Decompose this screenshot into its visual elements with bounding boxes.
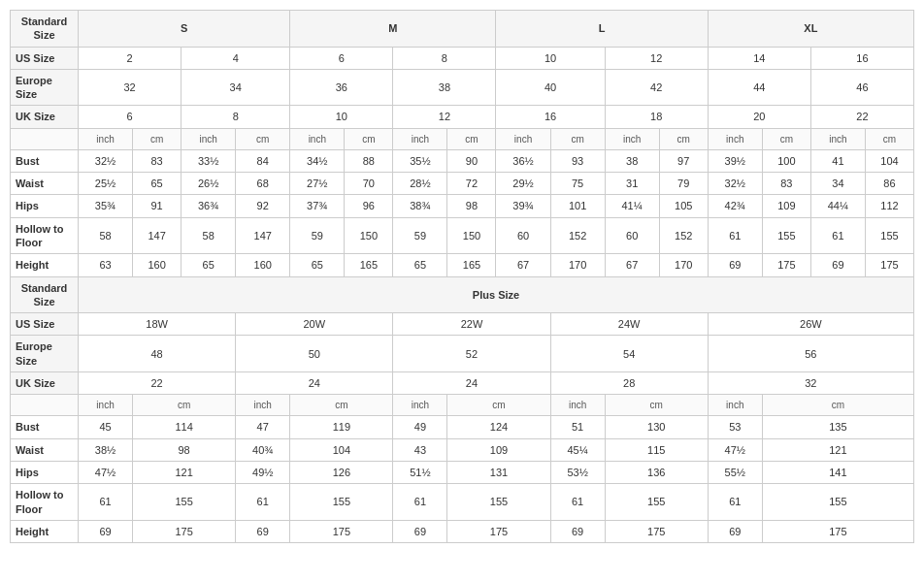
uk-plus-28: 28 — [550, 372, 708, 395]
bust-label-plus: Bust — [11, 416, 79, 438]
bust-35.5-inch: 35½ — [393, 149, 447, 172]
bust-38-cm: 97 — [659, 149, 708, 172]
us-size-4: 4 — [182, 47, 290, 69]
bust-33.5-inch: 33½ — [182, 149, 236, 172]
bust-row-standard: Bust 32½ 83 33½ 84 34½ 88 35½ 90 36½ 93 … — [11, 149, 914, 172]
bust-row-plus: Bust 45 114 47 119 49 124 51 130 53 135 — [11, 416, 914, 438]
hollow-row-plus: Hollow to Floor 61 155 61 155 61 155 61 … — [11, 484, 914, 521]
europe-size-38: 38 — [393, 69, 496, 106]
size-chart-table: Standard Size S M L XL US Size — [10, 10, 914, 543]
m-header: M — [290, 11, 496, 48]
height-row-standard: Height 63 160 65 160 65 165 65 165 67 17… — [11, 254, 914, 276]
bust-39.5-cm: 100 — [762, 149, 810, 172]
unit-inch-7: inch — [708, 128, 762, 149]
standard-size-header: Standard Size — [11, 11, 79, 48]
uk-plus-22: 22 — [79, 372, 236, 395]
uk-size-row-plus: UK Size 22 24 24 28 32 — [11, 372, 914, 395]
uk-size-20: 20 — [708, 106, 810, 128]
europe-plus-56: 56 — [708, 336, 913, 372]
unit-cm-3: cm — [345, 128, 393, 149]
l-header: L — [496, 11, 708, 48]
europe-size-42: 42 — [605, 69, 708, 106]
uk-size-22: 22 — [810, 106, 913, 128]
bust-32.5-cm: 83 — [133, 149, 182, 172]
unit-row-plus: inch cm inch cm inch cm inch cm inch cm — [11, 395, 914, 416]
hollow-label-plus: Hollow to Floor — [11, 484, 79, 521]
bust-32.5-inch: 32½ — [79, 149, 133, 172]
uk-size-label-plus: UK Size — [11, 372, 79, 395]
unit-inch-6: inch — [605, 128, 659, 149]
uk-size-12: 12 — [393, 106, 496, 128]
hollow-row-standard: Hollow to Floor 58 147 58 147 59 150 59 … — [11, 217, 914, 254]
unit-inch-4: inch — [393, 128, 447, 149]
europe-plus-48: 48 — [79, 336, 236, 372]
unit-cm-1: cm — [133, 128, 182, 149]
unit-cm-4: cm — [447, 128, 496, 149]
uk-plus-32: 32 — [708, 372, 913, 395]
europe-size-label-plus: Europe Size — [11, 336, 79, 372]
unit-row-standard: inch cm inch cm inch cm inch cm inch cm … — [11, 128, 914, 149]
europe-plus-54: 54 — [550, 336, 708, 372]
unit-cm-5: cm — [550, 128, 605, 149]
us-size-6: 6 — [290, 47, 393, 69]
waist-label-plus: Waist — [11, 438, 79, 461]
uk-size-10: 10 — [290, 106, 393, 128]
us-size-20w: 20W — [236, 313, 393, 336]
waist-label: Waist — [11, 173, 79, 195]
bust-34.5-cm: 88 — [345, 149, 393, 172]
uk-size-16: 16 — [496, 106, 605, 128]
hips-row-plus: Hips 47½ 121 49½ 126 51½ 131 53½ 136 55½… — [11, 461, 914, 483]
us-size-16: 16 — [810, 47, 913, 69]
bust-36.5-cm: 93 — [550, 149, 605, 172]
us-size-22w: 22W — [393, 313, 550, 336]
bust-38-inch: 38 — [605, 149, 659, 172]
bust-41-cm: 104 — [865, 149, 913, 172]
europe-size-row-standard: Europe Size 32 34 36 38 40 42 44 46 — [11, 69, 914, 106]
us-size-18w: 18W — [79, 313, 236, 336]
europe-size-44: 44 — [708, 69, 810, 106]
xl-header: XL — [708, 11, 913, 48]
unit-cm-6: cm — [659, 128, 708, 149]
hips-label: Hips — [11, 195, 79, 217]
uk-size-18: 18 — [605, 106, 708, 128]
bust-35.5-cm: 90 — [447, 149, 496, 172]
plus-unit-empty — [11, 395, 79, 416]
europe-size-label: Europe Size — [11, 69, 79, 106]
us-size-label: US Size — [11, 47, 79, 69]
uk-size-8: 8 — [182, 106, 290, 128]
uk-size-row-standard: UK Size 6 8 10 12 16 18 20 22 — [11, 106, 914, 128]
standard-header-row: Standard Size S M L XL — [11, 11, 914, 48]
uk-size-label: UK Size — [11, 106, 79, 128]
bust-33.5-cm: 84 — [236, 149, 290, 172]
us-size-row-plus: US Size 18W 20W 22W 24W 26W — [11, 313, 914, 336]
waist-row-standard: Waist 25½ 65 26½ 68 27½ 70 28½ 72 29½ 75… — [11, 173, 914, 195]
unit-cm-8: cm — [865, 128, 913, 149]
europe-size-46: 46 — [810, 69, 913, 106]
hips-row-standard: Hips 35¾ 91 36¾ 92 37¾ 96 38¾ 98 39¾ 101… — [11, 195, 914, 217]
unit-cm-2: cm — [236, 128, 290, 149]
bust-36.5-inch: 36½ — [496, 149, 550, 172]
uk-plus-24b: 24 — [393, 372, 550, 395]
height-label: Height — [11, 254, 79, 276]
us-size-24w: 24W — [550, 313, 708, 336]
plus-size-label: Plus Size — [79, 276, 914, 313]
unit-inch-2: inch — [182, 128, 236, 149]
height-row-plus: Height 69 175 69 175 69 175 69 175 69 17… — [11, 520, 914, 542]
europe-plus-52: 52 — [393, 336, 550, 372]
us-size-12: 12 — [605, 47, 708, 69]
europe-size-row-plus: Europe Size 48 50 52 54 56 — [11, 336, 914, 372]
us-size-14: 14 — [708, 47, 810, 69]
waist-row-plus: Waist 38½ 98 40¾ 104 43 109 45¼ 115 47½ … — [11, 438, 914, 461]
us-size-label-plus: US Size — [11, 313, 79, 336]
bust-39.5-inch: 39½ — [708, 149, 762, 172]
us-size-26w: 26W — [708, 313, 913, 336]
unit-inch-8: inch — [810, 128, 865, 149]
europe-size-32: 32 — [79, 69, 182, 106]
s-header: S — [79, 11, 290, 48]
unit-label-empty — [11, 128, 79, 149]
hollow-label: Hollow to Floor — [11, 217, 79, 254]
us-size-10: 10 — [496, 47, 605, 69]
uk-plus-24: 24 — [236, 372, 393, 395]
height-label-plus: Height — [11, 520, 79, 542]
unit-inch-3: inch — [290, 128, 345, 149]
